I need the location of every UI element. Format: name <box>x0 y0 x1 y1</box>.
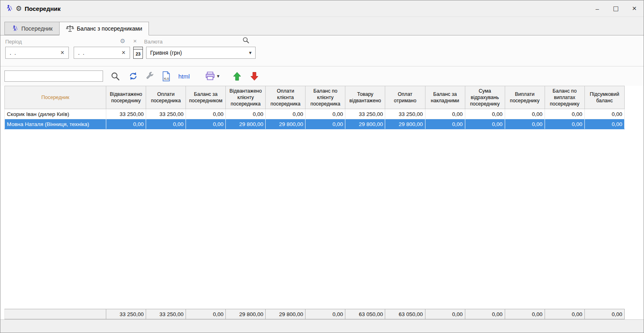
maximize-button[interactable]: □ <box>607 0 625 17</box>
table-row[interactable]: Мовна Наталя (Вінниця, техніка)0,000,000… <box>5 119 625 129</box>
app-window: ⚙ Посередник – □ × Посередник <box>0 0 644 333</box>
totals-cell: 0,00 <box>584 309 624 319</box>
column-header[interactable]: Підсумковий баланс <box>584 86 624 109</box>
value-cell[interactable]: 0,00 <box>266 109 305 119</box>
column-header[interactable]: Баланс за накладними <box>425 86 465 109</box>
value-cell[interactable]: 29 800,00 <box>385 119 425 129</box>
value-cell[interactable]: 29 800,00 <box>345 119 385 129</box>
currency-label: Валюта <box>144 39 163 45</box>
value-cell[interactable]: 0,00 <box>146 119 186 129</box>
wrench-icon[interactable] <box>145 71 154 81</box>
date-to-clear-button[interactable]: × <box>118 49 130 56</box>
status-bar <box>0 319 644 333</box>
column-header[interactable]: Баланс по виплатах посереднику <box>545 86 584 109</box>
date-from-input[interactable] <box>6 49 56 56</box>
app-icon <box>5 4 13 12</box>
totals-cell: 0,00 <box>465 309 505 319</box>
totals-cell: 0,00 <box>186 309 226 319</box>
totals-cell: 63 050,00 <box>345 309 385 319</box>
column-header[interactable]: Баланс по клієнту посередника <box>305 86 345 109</box>
window-title: Посередник <box>25 5 60 12</box>
balance-grid: ПосередникВідвантажено посередникуОплати… <box>0 86 644 319</box>
chevron-down-icon: ▼ <box>249 51 252 55</box>
value-cell[interactable]: 0,00 <box>186 119 226 129</box>
print-button[interactable]: ▼ <box>205 71 219 81</box>
totals-cell: 0,00 <box>305 309 345 319</box>
value-cell[interactable]: 0,00 <box>305 119 345 129</box>
value-cell[interactable]: 0,00 <box>425 119 465 129</box>
value-cell[interactable]: 0,00 <box>465 119 505 129</box>
column-header[interactable]: Оплати клієнта посередника <box>266 86 305 109</box>
value-cell[interactable]: 0,00 <box>186 109 226 119</box>
filter-bar: Період ⚙ × Валюта × × 23 Гривня (грн) ▼ <box>0 35 644 66</box>
currency-search-icon[interactable] <box>242 37 250 44</box>
date-to-input[interactable] <box>74 49 118 56</box>
column-header[interactable]: Баланс за посередником <box>186 86 226 109</box>
totals-cell <box>5 309 106 319</box>
calendar-button[interactable]: 23 <box>133 47 143 59</box>
person-icon <box>11 25 19 32</box>
tab-label: Баланс з посередниками <box>77 25 142 32</box>
xls-export-icon[interactable]: XLS <box>162 71 171 81</box>
value-cell[interactable]: 33 250,00 <box>385 109 425 119</box>
column-header[interactable]: Оплат отримано <box>385 86 425 109</box>
search-icon[interactable] <box>111 71 120 81</box>
tab-label: Посередник <box>21 25 53 32</box>
minimize-button[interactable]: – <box>588 0 607 17</box>
tab-intermediary[interactable]: Посередник <box>4 22 60 35</box>
value-cell[interactable]: 0,00 <box>425 109 465 119</box>
value-cell[interactable]: 0,00 <box>305 109 345 119</box>
totals-table: 33 250,0033 250,000,0029 800,0029 800,00… <box>4 309 625 319</box>
value-cell[interactable]: 33 250,00 <box>146 109 186 119</box>
search-input[interactable] <box>4 70 103 82</box>
column-header[interactable]: Сума відрахувань посереднику <box>465 86 505 109</box>
value-cell[interactable]: 33 250,00 <box>106 109 146 119</box>
tab-bar: Посередник Баланс з посередниками <box>0 17 644 35</box>
totals-cell: 0,00 <box>545 309 584 319</box>
value-cell[interactable]: 0,00 <box>505 119 545 129</box>
totals-cell: 0,00 <box>505 309 545 319</box>
value-cell[interactable]: 0,00 <box>226 109 266 119</box>
print-dropdown-caret[interactable]: ▼ <box>217 74 219 78</box>
window-controls: – □ × <box>588 0 644 17</box>
totals-row: 33 250,0033 250,000,0029 800,0029 800,00… <box>5 309 625 319</box>
period-settings-gear-icon[interactable]: ⚙ <box>120 37 125 45</box>
svg-text:XLS: XLS <box>163 77 169 80</box>
value-cell[interactable]: 0,00 <box>545 109 584 119</box>
refresh-icon[interactable] <box>128 71 138 81</box>
move-up-arrow-icon[interactable] <box>233 71 241 81</box>
totals-cell: 33 250,00 <box>146 309 186 319</box>
totals-cell: 29 800,00 <box>226 309 266 319</box>
column-header[interactable]: Відвантажено посереднику <box>106 86 146 109</box>
column-header[interactable]: Товару відвантажено <box>345 86 385 109</box>
value-cell[interactable]: 0,00 <box>106 119 146 129</box>
column-header[interactable]: Виплати посереднику <box>505 86 545 109</box>
balance-table: ПосередникВідвантажено посередникуОплати… <box>4 86 625 129</box>
intermediary-name-cell[interactable]: Мовна Наталя (Вінниця, техніка) <box>5 119 106 129</box>
intermediary-name-cell[interactable]: Скорик Іван (дилер Київ) <box>5 109 106 119</box>
value-cell[interactable]: 0,00 <box>584 109 624 119</box>
tab-balance-with-intermediaries[interactable]: Баланс з посередниками <box>59 22 149 35</box>
value-cell[interactable]: 0,00 <box>505 109 545 119</box>
header-row: ПосередникВідвантажено посередникуОплати… <box>5 86 625 109</box>
column-header[interactable]: Відвантажено клієнту посередника <box>226 86 266 109</box>
table-row[interactable]: Скорик Іван (дилер Київ)33 250,0033 250,… <box>5 109 625 119</box>
move-down-arrow-icon[interactable] <box>250 71 258 81</box>
close-button[interactable]: × <box>625 0 644 17</box>
html-export-button[interactable]: html <box>178 71 190 81</box>
date-from-clear-button[interactable]: × <box>56 49 68 56</box>
value-cell[interactable]: 0,00 <box>584 119 624 129</box>
period-clear-icon[interactable]: × <box>133 37 137 44</box>
column-header[interactable]: Оплати посередника <box>146 86 186 109</box>
value-cell[interactable]: 29 800,00 <box>226 119 266 129</box>
currency-selected-value: Гривня (грн) <box>150 50 182 56</box>
value-cell[interactable]: 29 800,00 <box>266 119 305 129</box>
value-cell[interactable]: 0,00 <box>465 109 505 119</box>
column-header[interactable]: Посередник <box>5 86 106 109</box>
value-cell[interactable]: 33 250,00 <box>345 109 385 119</box>
currency-select[interactable]: Гривня (грн) ▼ <box>146 47 256 59</box>
grid-toolbar: XLS html ▼ <box>0 66 644 86</box>
date-from-field: × <box>5 47 69 59</box>
value-cell[interactable]: 0,00 <box>545 119 584 129</box>
printer-icon <box>205 71 215 81</box>
